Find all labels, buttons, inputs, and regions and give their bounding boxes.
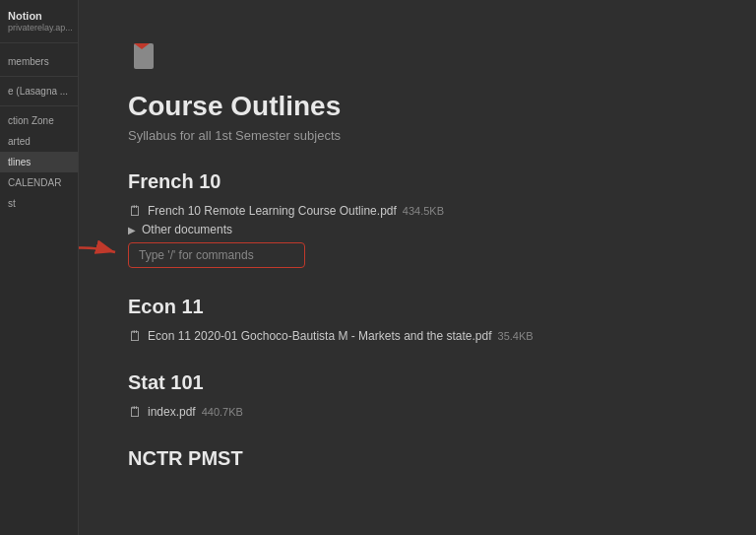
sidebar: Notion privaterelay.ap... members e (Las… xyxy=(0,0,79,535)
stat101-file: 🗒 index.pdf 440.7KB xyxy=(128,404,697,420)
page-title: Course Outlines xyxy=(128,91,697,122)
sidebar-item-started[interactable]: arted xyxy=(0,131,78,152)
file-icon-stat101: 🗒 xyxy=(128,404,142,420)
econ11-filesize: 35.4KB xyxy=(498,330,534,342)
french10-filesize: 434.5KB xyxy=(403,205,444,217)
french10-section: French 10 🗒 French 10 Remote Learning Co… xyxy=(128,170,697,268)
econ11-section: Econ 11 🗒 Econ 11 2020-01 Gochoco-Bautis… xyxy=(128,296,697,344)
econ11-title: Econ 11 xyxy=(128,296,697,318)
toggle-label: Other documents xyxy=(142,223,232,236)
sidebar-header: Notion privaterelay.ap... xyxy=(0,0,78,43)
stat101-filename: index.pdf xyxy=(148,405,196,419)
command-input[interactable] xyxy=(128,242,305,268)
french10-filename: French 10 Remote Learning Course Outline… xyxy=(148,204,397,218)
app-url: privaterelay.ap... xyxy=(8,23,70,33)
sidebar-item-zone[interactable]: ction Zone xyxy=(0,110,78,131)
sidebar-divider-1 xyxy=(0,76,78,77)
nctr-section: NCTR PMST xyxy=(128,447,697,470)
toggle-arrow-icon: ▶ xyxy=(128,225,136,235)
french10-file: 🗒 French 10 Remote Learning Course Outli… xyxy=(128,203,697,219)
stat101-title: Stat 101 xyxy=(128,371,697,394)
sidebar-item-members[interactable]: members xyxy=(0,51,78,72)
other-documents-toggle[interactable]: ▶ Other documents xyxy=(128,223,697,236)
command-input-wrapper xyxy=(128,242,697,268)
sidebar-item-outlines[interactable]: tlines xyxy=(0,152,78,172)
app-title: Notion xyxy=(8,10,70,22)
sidebar-divider-2 xyxy=(0,105,78,106)
file-icon-econ11: 🗒 xyxy=(128,328,142,344)
econ11-file: 🗒 Econ 11 2020-01 Gochoco-Bautista M - M… xyxy=(128,328,697,344)
stat101-section: Stat 101 🗒 index.pdf 440.7KB xyxy=(128,371,697,420)
page-subtitle: Syllabus for all 1st Semester subjects xyxy=(128,128,697,143)
nctr-title: NCTR PMST xyxy=(128,447,697,470)
sidebar-nav: members e (Lasagna ... ction Zone arted … xyxy=(0,43,78,535)
main-content: Course Outlines Syllabus for all 1st Sem… xyxy=(79,0,756,535)
french10-title: French 10 xyxy=(128,170,697,193)
sidebar-item-st[interactable]: st xyxy=(0,193,78,214)
sidebar-item-lasagna[interactable]: e (Lasagna ... xyxy=(0,81,78,101)
file-icon-french10: 🗒 xyxy=(128,203,142,219)
page-icon xyxy=(128,39,697,79)
sidebar-item-calendar[interactable]: CALENDAR xyxy=(0,172,78,193)
stat101-filesize: 440.7KB xyxy=(202,406,243,418)
econ11-filename: Econ 11 2020-01 Gochoco-Bautista M - Mar… xyxy=(148,329,492,343)
